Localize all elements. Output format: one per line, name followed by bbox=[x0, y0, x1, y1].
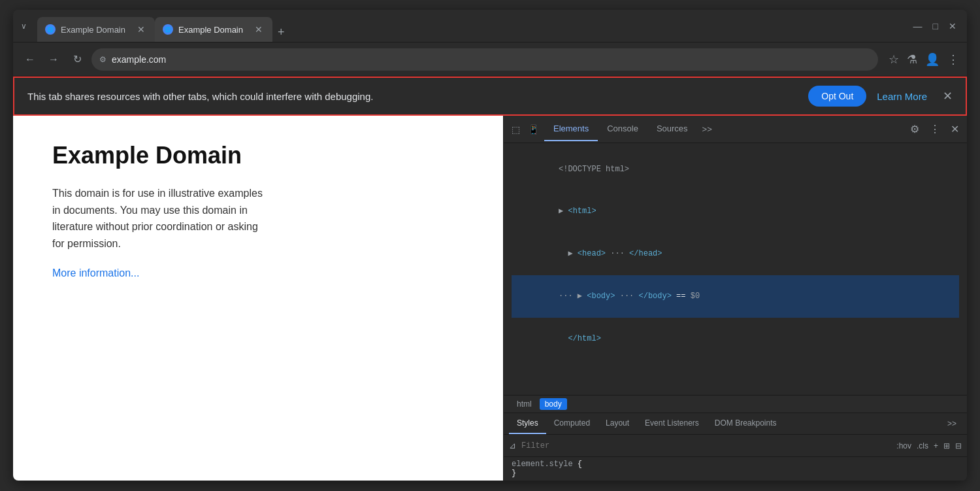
window-controls-left: ∨ bbox=[18, 19, 29, 33]
filter-bar: ⊿ :hov .cls + ⊞ ⊟ bbox=[504, 435, 967, 457]
filter-icon: ⊿ bbox=[509, 441, 516, 450]
tab-sources[interactable]: Sources bbox=[647, 117, 697, 141]
devtools-tabs: Elements Console Sources >> bbox=[544, 117, 717, 141]
tab-list-chevron[interactable]: ∨ bbox=[18, 19, 29, 33]
tab-bar: 🌐 Example Domain ✕ 🌐 Example Domain ✕ + bbox=[37, 10, 911, 42]
back-button[interactable]: ← bbox=[21, 50, 39, 69]
window-controls-right: — □ ✕ bbox=[913, 21, 962, 31]
webpage-content: Example Domain This domain is for use in… bbox=[13, 116, 503, 481]
dom-head[interactable]: ▶ <head> ··· </head> bbox=[512, 233, 959, 276]
body-expand-arrow[interactable]: ▶ bbox=[578, 292, 587, 301]
reload-button[interactable]: ↻ bbox=[68, 50, 86, 69]
labs-icon[interactable]: ⚗ bbox=[907, 52, 917, 67]
breadcrumb-bar: html body bbox=[504, 395, 967, 413]
settings-icon[interactable]: ⚙ bbox=[907, 120, 922, 138]
dom-html-open[interactable]: ▶ <html> bbox=[512, 191, 959, 233]
security-icon: ⚙ bbox=[99, 55, 106, 64]
breadcrumb-html[interactable]: html bbox=[512, 398, 537, 410]
styles-more-tabs[interactable]: >> bbox=[942, 414, 962, 433]
tab-1-favicon: 🌐 bbox=[45, 24, 56, 35]
devtools-more-menu[interactable]: ⋮ bbox=[927, 120, 943, 138]
tab-console[interactable]: Console bbox=[598, 117, 647, 141]
devtools-panel: ⬚ 📱 Elements Console Sources >> ⚙ ⋮ ✕ <!… bbox=[503, 116, 967, 481]
new-tab-button[interactable]: + bbox=[272, 23, 290, 42]
opt-out-button[interactable]: Opt Out bbox=[808, 86, 866, 107]
styles-tab-event-listeners[interactable]: Event Listeners bbox=[637, 413, 707, 434]
dom-body[interactable]: ··· ▶ <body> ··· </body> == $0 bbox=[512, 275, 959, 318]
profile-icon[interactable]: 👤 bbox=[925, 52, 939, 67]
devtools-right-controls: ⚙ ⋮ ✕ bbox=[907, 120, 962, 138]
styles-tab-dom-breakpoints[interactable]: DOM Breakpoints bbox=[707, 413, 785, 434]
styles-tab-layout[interactable]: Layout bbox=[598, 413, 637, 434]
breadcrumb-body[interactable]: body bbox=[540, 398, 567, 410]
device-toolbar-icon[interactable]: 📱 bbox=[525, 122, 542, 137]
tab-1[interactable]: 🌐 Example Domain ✕ bbox=[37, 17, 155, 42]
forward-button[interactable]: → bbox=[44, 50, 63, 69]
tab-2-favicon: 🌐 bbox=[163, 24, 173, 35]
title-bar: ∨ 🌐 Example Domain ✕ 🌐 Example Domain ✕ … bbox=[13, 10, 967, 42]
head-expand-arrow[interactable]: ▶ bbox=[568, 249, 577, 258]
styles-filter-input[interactable] bbox=[521, 441, 891, 450]
bookmark-icon[interactable]: ☆ bbox=[889, 52, 899, 67]
tab-1-title: Example Domain bbox=[61, 25, 130, 35]
banner-close-button[interactable]: ✕ bbox=[943, 89, 953, 103]
menu-icon[interactable]: ⋮ bbox=[947, 52, 959, 67]
address-bar[interactable]: ⚙ example.com bbox=[91, 48, 878, 71]
dom-html-close: </html> bbox=[512, 318, 959, 360]
devtools-close-button[interactable]: ✕ bbox=[948, 120, 962, 138]
tab-elements[interactable]: Elements bbox=[544, 117, 598, 141]
browser-window: ∨ 🌐 Example Domain ✕ 🌐 Example Domain ✕ … bbox=[13, 10, 967, 481]
inspect-element-icon[interactable]: ⬚ bbox=[509, 122, 523, 137]
minimize-button[interactable]: — bbox=[913, 21, 923, 31]
nav-bar: ← → ↻ ⚙ example.com ☆ ⚗ 👤 ⋮ bbox=[13, 42, 967, 76]
devtools-toolbar: ⬚ 📱 Elements Console Sources >> ⚙ ⋮ ✕ bbox=[504, 116, 967, 143]
url-text: example.com bbox=[112, 54, 166, 65]
new-style-rule-icon[interactable]: ⊞ bbox=[943, 441, 950, 450]
styles-tabs: Styles Computed Layout Event Listeners D… bbox=[504, 413, 967, 435]
page-heading: Example Domain bbox=[52, 142, 464, 169]
element-style-rule: element.style { } bbox=[504, 457, 967, 481]
tab-1-close[interactable]: ✕ bbox=[135, 24, 147, 35]
devtools-more-tabs[interactable]: >> bbox=[697, 118, 717, 141]
html-expand-arrow[interactable]: ▶ bbox=[559, 207, 568, 216]
learn-more-link[interactable]: Learn More bbox=[877, 91, 927, 102]
banner-message: This tab shares resources with other tab… bbox=[27, 91, 798, 102]
hov-toggle[interactable]: :hov bbox=[896, 441, 911, 450]
dom-doctype: <!DOCTYPE html> bbox=[512, 148, 959, 191]
tab-2-close[interactable]: ✕ bbox=[253, 24, 265, 35]
styles-tab-styles[interactable]: Styles bbox=[509, 413, 546, 434]
main-area: Example Domain This domain is for use in… bbox=[13, 116, 967, 481]
add-style-rule[interactable]: + bbox=[934, 441, 938, 450]
tab-2[interactable]: 🌐 Example Domain ✕ bbox=[155, 17, 272, 42]
tab-2-title: Example Domain bbox=[178, 25, 248, 35]
computed-style-icon[interactable]: ⊟ bbox=[955, 441, 962, 450]
cls-toggle[interactable]: .cls bbox=[917, 441, 928, 450]
dom-tree: <!DOCTYPE html> ▶ <html> ▶ <head> ··· </… bbox=[504, 143, 967, 395]
styles-panel: Styles Computed Layout Event Listeners D… bbox=[504, 413, 967, 481]
nav-actions: ☆ ⚗ 👤 ⋮ bbox=[889, 52, 959, 67]
styles-tab-computed[interactable]: Computed bbox=[546, 413, 598, 434]
close-window-button[interactable]: ✕ bbox=[949, 21, 956, 31]
maximize-button[interactable]: □ bbox=[933, 21, 938, 31]
page-body: This domain is for use in illustrative e… bbox=[52, 185, 392, 252]
notification-banner: This tab shares resources with other tab… bbox=[13, 76, 967, 116]
more-info-link[interactable]: More information... bbox=[52, 267, 139, 279]
filter-actions: :hov .cls + ⊞ ⊟ bbox=[896, 441, 962, 450]
